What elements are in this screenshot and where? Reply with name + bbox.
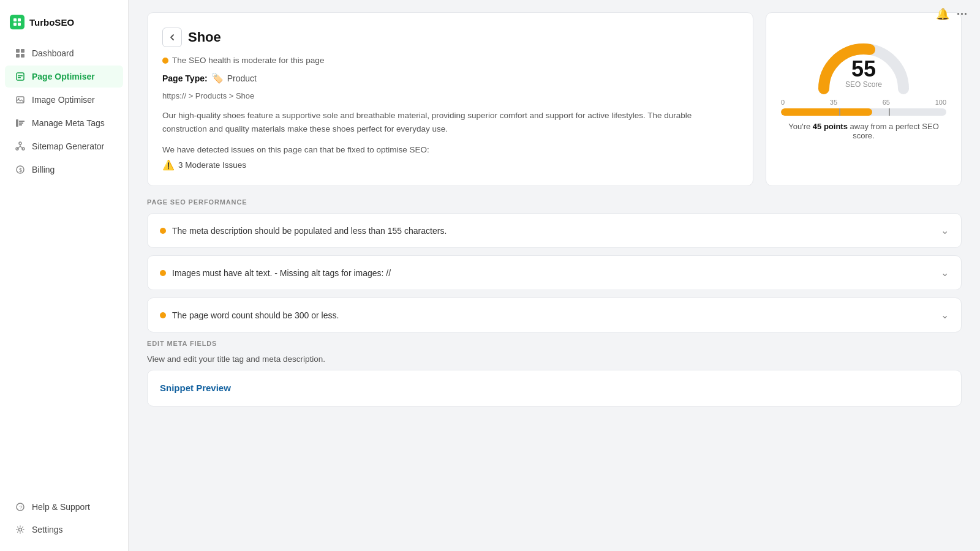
issue-text-meta-desc: The meta description should be populated… (172, 226, 447, 236)
issue-text-word-count: The page word count should be 300 or les… (172, 310, 339, 320)
dashboard-icon (15, 48, 26, 59)
issue-accordion-word-count[interactable]: The page word count should be 300 or les… (147, 298, 962, 332)
sitemap-icon (15, 141, 26, 152)
meta-tags-icon (15, 118, 26, 129)
logo-icon (10, 15, 24, 29)
range-label-0: 0 (781, 99, 785, 106)
sidebar-item-sitemap-generator[interactable]: Sitemap Generator (5, 135, 123, 157)
billing-icon: $ (15, 164, 26, 175)
sidebar-item-label: Billing (32, 165, 55, 174)
range-track (781, 108, 946, 116)
health-dot-icon (162, 58, 168, 64)
svg-text:$: $ (19, 167, 22, 173)
issue-dot-icon (160, 270, 166, 276)
app-logo: TurboSEO (0, 10, 128, 42)
svg-rect-13 (16, 119, 18, 127)
svg-rect-8 (17, 73, 24, 80)
svg-rect-15 (19, 122, 23, 124)
sidebar-item-settings[interactable]: Settings (5, 519, 123, 541)
performance-section: PAGE SEO PERFORMANCE The meta descriptio… (147, 198, 962, 332)
svg-rect-16 (19, 124, 22, 126)
range-marker-35 (839, 108, 840, 116)
range-label-100: 100 (935, 99, 946, 106)
edit-meta-section: EDIT META FIELDS View and edit your titl… (147, 340, 962, 407)
seo-score-card: 55 SEO Score 0 35 65 100 (766, 12, 962, 186)
sidebar-item-image-optimiser[interactable]: Image Optimiser (5, 89, 123, 111)
page-info-card: Shoe The SEO health is moderate for this… (147, 12, 753, 186)
page-type-value: Product (227, 73, 257, 83)
score-value-container: 55 SEO Score (845, 58, 882, 89)
seo-score-label: SEO Score (845, 80, 882, 89)
points-away-label: away from a perfect SEO score. (850, 122, 939, 140)
svg-rect-2 (13, 23, 17, 26)
snippet-preview-title: Snippet Preview (160, 383, 231, 393)
svg-rect-14 (19, 121, 24, 122)
page-type-row: Page Type: 🏷️ Product (162, 72, 738, 84)
health-status-row: The SEO health is moderate for this page (162, 56, 738, 65)
page-header-row: Shoe The SEO health is moderate for this… (147, 12, 962, 186)
sidebar-item-label: Image Optimiser (32, 95, 95, 105)
svg-rect-9 (18, 75, 23, 77)
breadcrumb: https:// > Products > Shoe (162, 91, 738, 100)
range-marker-65 (889, 108, 890, 116)
sidebar-item-dashboard[interactable]: Dashboard (5, 42, 123, 64)
sidebar-item-label: Manage Meta Tags (32, 118, 105, 128)
svg-rect-0 (13, 18, 17, 21)
sidebar-item-page-optimiser[interactable]: Page Optimiser (5, 66, 123, 88)
edit-meta-description: View and edit your title tag and meta de… (147, 354, 962, 364)
chevron-down-icon: ⌄ (941, 267, 949, 279)
sidebar-nav: Dashboard Page Optimiser I (0, 42, 128, 541)
sidebar: TurboSEO Dashboard (0, 0, 129, 551)
issues-intro-text: We have detected issues on this page can… (162, 145, 738, 154)
help-icon: ? (15, 501, 26, 512)
more-options-icon[interactable]: ··· (957, 8, 968, 21)
main-content: 🔔 ··· Shoe The SEO health is moderate fo… (129, 0, 980, 551)
product-icon: 🏷️ (211, 72, 224, 84)
range-fill (781, 108, 872, 116)
page-title: Shoe (188, 29, 221, 45)
settings-icon (15, 524, 26, 535)
points-away-text: You're 45 points away from a perfect SEO… (781, 122, 946, 140)
app-name: TurboSEO (29, 17, 74, 28)
svg-rect-3 (18, 23, 21, 26)
svg-rect-5 (21, 49, 24, 53)
seo-score-number: 55 (845, 58, 882, 80)
snippet-preview-card: Snippet Preview (147, 370, 962, 407)
issues-count-text: 3 Moderate Issues (178, 160, 246, 170)
svg-point-17 (19, 142, 21, 144)
svg-rect-1 (18, 18, 21, 21)
health-text: The SEO health is moderate for this page (172, 56, 324, 65)
chevron-down-icon: ⌄ (941, 225, 949, 236)
back-button[interactable] (162, 28, 182, 47)
sidebar-item-label: Sitemap Generator (32, 141, 104, 151)
svg-point-24 (19, 528, 22, 531)
sidebar-item-label: Help & Support (32, 502, 90, 512)
sidebar-bottom: ? Help & Support Settings (0, 495, 128, 541)
notification-icon[interactable]: 🔔 (936, 7, 949, 21)
page-title-row: Shoe (162, 28, 738, 47)
edit-meta-section-label: EDIT META FIELDS (147, 340, 962, 347)
issue-dot-icon (160, 312, 166, 318)
svg-rect-10 (18, 77, 21, 78)
seo-gauge: 55 SEO Score (809, 28, 919, 89)
svg-rect-6 (16, 54, 20, 58)
chevron-down-icon: ⌄ (941, 309, 949, 321)
image-optimiser-icon (15, 94, 26, 105)
sidebar-item-label: Page Optimiser (32, 72, 95, 81)
issue-accordion-meta-desc[interactable]: The meta description should be populated… (147, 213, 962, 248)
page-optimiser-icon (15, 71, 26, 82)
issue-dot-icon (160, 228, 166, 234)
points-value: 45 points (813, 122, 848, 131)
sidebar-item-label: Settings (32, 525, 63, 534)
issue-accordion-alt-text[interactable]: Images must have alt text. - Missing alt… (147, 255, 962, 290)
sidebar-item-billing[interactable]: $ Billing (5, 159, 123, 181)
svg-text:?: ? (20, 504, 23, 511)
svg-rect-4 (16, 49, 20, 53)
page-type-label: Page Type: (162, 73, 208, 83)
sidebar-item-manage-meta-tags[interactable]: Manage Meta Tags (5, 112, 123, 134)
issue-text-alt-text: Images must have alt text. - Missing alt… (172, 268, 391, 278)
warning-icon: ⚠️ (162, 159, 175, 171)
sidebar-item-label: Dashboard (32, 48, 74, 58)
sidebar-item-help-support[interactable]: ? Help & Support (5, 496, 123, 518)
issues-badge: ⚠️ 3 Moderate Issues (162, 159, 246, 171)
